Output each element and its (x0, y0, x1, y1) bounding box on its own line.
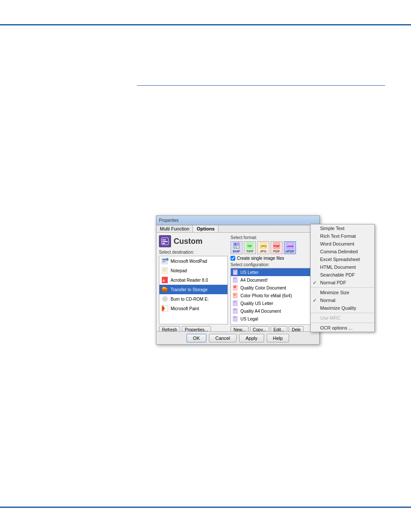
svg-rect-6 (162, 260, 166, 261)
dest-label-notepad: Notepad (171, 268, 187, 273)
svg-rect-40 (234, 271, 236, 271)
ctx-normal-pdf[interactable]: Normal PDF (311, 279, 374, 286)
dest-item-wordpad[interactable]: Microsoft WordPad (159, 256, 227, 266)
config-label-1: A4 Document! (240, 278, 268, 283)
config-item-2[interactable]: Quality Color Document (231, 284, 316, 292)
ctx-rich-text[interactable]: Rich Text Format (311, 232, 374, 240)
svg-rect-1 (162, 240, 166, 240)
dialog-titlebar: Properties (156, 216, 319, 225)
svg-rect-8 (162, 262, 165, 262)
format-pdf-btn[interactable]: PDF PDF (271, 241, 283, 254)
svg-rect-9 (166, 258, 168, 261)
svg-rect-52 (234, 302, 236, 302)
ok-button[interactable]: OK (187, 334, 206, 342)
custom-header: Custom (159, 235, 228, 247)
svg-rect-19 (162, 287, 166, 288)
dest-item-paint[interactable]: Microsoft Paint (159, 304, 227, 313)
svg-rect-39 (233, 270, 237, 275)
ctx-simple-text[interactable]: Simple Text (311, 224, 374, 232)
main-dialog: Properties Multi Function Options (156, 215, 320, 345)
section-decorative-line (137, 85, 385, 86)
format-label: Select format: (230, 235, 317, 240)
dest-label-acrobat: Acrobat Reader 8.0 (171, 278, 208, 283)
ctx-normal[interactable]: Normal (311, 296, 374, 304)
svg-text:PDF: PDF (274, 245, 280, 248)
config-label-6: US Legal (240, 317, 258, 321)
ctx-separator-3 (311, 323, 374, 323)
dest-label-wordpad: Microsoft WordPad (171, 259, 207, 264)
ctx-separator-1 (311, 287, 374, 288)
svg-rect-13 (163, 270, 166, 271)
ctx-minimize-size[interactable]: Minimize Size (311, 289, 374, 296)
config-label-0: US Letter (240, 270, 258, 275)
svg-text:nPDF: nPDF (287, 245, 293, 248)
svg-rect-58 (234, 317, 236, 317)
apply-button[interactable]: Apply (239, 334, 264, 342)
ctx-separator-2 (311, 313, 374, 313)
format-bmp-btn[interactable]: BMP (230, 241, 243, 254)
svg-rect-5 (162, 259, 167, 260)
dest-item-notepad[interactable]: Notepad (159, 266, 227, 275)
create-single-files-checkbox[interactable] (230, 256, 235, 261)
format-jpg-btn[interactable]: JPG JPG (257, 241, 269, 254)
svg-rect-18 (162, 288, 167, 289)
help-button[interactable]: Help (267, 334, 290, 342)
svg-rect-2 (162, 241, 168, 242)
svg-rect-12 (163, 269, 167, 270)
dialog-body: Custom Select destination: Microsoft (156, 233, 319, 336)
config-item-3[interactable]: Color Photo for eMail (6x4) (231, 292, 316, 299)
ctx-comma-delimited[interactable]: Comma Delimited (311, 248, 374, 255)
custom-icon (159, 235, 171, 247)
svg-point-25 (162, 307, 165, 310)
bottom-decorative-line (0, 507, 411, 508)
dialog-footer: OK Cancel Apply Help (156, 331, 319, 344)
config-item-5[interactable]: Quality A4 Document (231, 307, 316, 315)
tab-multi-function[interactable]: Multi Function (156, 225, 193, 232)
svg-rect-57 (233, 316, 237, 321)
dest-item-storage[interactable]: Transfer to Storage (159, 285, 227, 294)
svg-rect-42 (233, 277, 237, 283)
svg-rect-51 (233, 301, 237, 306)
format-tiff-btn[interactable]: TIF TIFF (244, 241, 256, 254)
ctx-searchable-pdf[interactable]: Searchable PDF (311, 271, 374, 279)
svg-point-46 (234, 286, 236, 288)
cancel-button[interactable]: Cancel (209, 334, 237, 342)
create-single-files-label: Create single image files (237, 256, 284, 261)
context-menu: Simple Text Rich Text Format Word Docume… (310, 224, 375, 332)
ctx-ocr-options[interactable]: OCR options ... (311, 324, 374, 332)
dialog-tabs: Multi Function Options (156, 225, 319, 233)
config-label-3: Color Photo for eMail (6x4) (240, 293, 292, 298)
ctx-word-doc[interactable]: Word Document (311, 240, 374, 248)
format-icons: BMP TIF TIFF JPG JPG (230, 241, 317, 254)
dialog-titlebar-text: Properties (159, 218, 179, 223)
svg-rect-3 (162, 243, 165, 244)
svg-point-49 (234, 293, 236, 296)
svg-point-22 (165, 299, 165, 299)
config-label-5: Quality A4 Document (240, 309, 281, 314)
svg-text:A: A (162, 279, 165, 283)
format-npdf-btn[interactable]: nPDF nPDF (284, 241, 296, 254)
svg-rect-30 (237, 246, 239, 248)
destination-list[interactable]: Microsoft WordPad Notepad (159, 256, 228, 324)
ctx-html[interactable]: HTML Document (311, 263, 374, 271)
dest-label-paint: Microsoft Paint (171, 306, 199, 311)
tab-options[interactable]: Options (193, 225, 218, 232)
svg-rect-28 (237, 243, 239, 245)
dest-item-acrobat[interactable]: A Acrobat Reader 8.0 (159, 275, 227, 285)
svg-rect-54 (233, 308, 237, 314)
svg-text:TIF: TIF (247, 245, 252, 248)
right-panel: Select format: BMP TIF (228, 235, 317, 333)
config-item-0[interactable]: US Letter (231, 268, 316, 276)
config-item-4[interactable]: Quality US Letter (231, 299, 316, 307)
svg-rect-29 (234, 246, 236, 248)
config-label-2: Quality Color Document (240, 286, 286, 290)
config-item-1[interactable]: A4 Document! (231, 276, 316, 284)
configuration-list[interactable]: US Letter A4 Document! (230, 268, 317, 325)
ctx-maximize-quality[interactable]: Maximize Quality (311, 304, 374, 312)
ctx-use-mrc: Use MRC (311, 314, 374, 322)
dest-item-cdrom[interactable]: Burn to CD-ROM E: (159, 294, 227, 304)
svg-rect-11 (163, 268, 167, 269)
ctx-excel[interactable]: Excel Spreadsheet (311, 255, 374, 263)
config-item-6[interactable]: US Legal (231, 315, 316, 323)
top-decorative-line (0, 24, 411, 25)
